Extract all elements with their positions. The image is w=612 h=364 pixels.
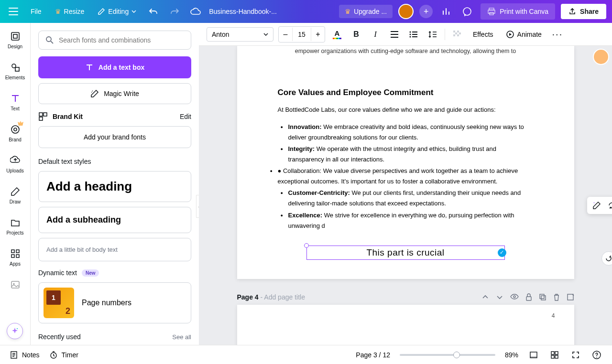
help-icon[interactable] [591, 349, 602, 361]
grid-view-icon[interactable] [549, 349, 560, 361]
collapse-sidebar-button[interactable]: ◀ [196, 195, 199, 218]
page-indicator[interactable]: Page 3 / 12 [356, 351, 390, 359]
print-button[interactable]: Print with Canva [481, 3, 555, 20]
spacing-button[interactable] [426, 27, 440, 42]
font-search-input[interactable] [59, 36, 184, 44]
list-item[interactable]: Customer-Centricity: We put our clients … [288, 188, 534, 209]
file-menu[interactable]: File [27, 5, 45, 18]
svg-rect-24 [457, 31, 459, 32]
move-down-icon[interactable] [496, 293, 503, 301]
canvas-area: Anton – 15 + A B I Effects Animate [199, 23, 612, 345]
timer-button[interactable]: Timer [49, 351, 78, 359]
bold-button[interactable]: B [349, 27, 363, 42]
page-view-icon[interactable] [528, 349, 539, 361]
values-list[interactable]: Innovation: We embrace creativity and bo… [288, 122, 534, 231]
subheading-style[interactable]: Add a subheading [38, 207, 191, 233]
duplicate-icon[interactable] [539, 293, 546, 301]
add-page-icon[interactable] [567, 293, 574, 301]
dynamic-text-label: Dynamic text [38, 269, 77, 277]
effects-button[interactable]: Effects [469, 28, 497, 41]
lock-icon[interactable] [525, 293, 532, 301]
cloud-sync-icon[interactable] [188, 4, 203, 19]
rail-more[interactable] [0, 277, 30, 292]
increase-size-button[interactable]: + [311, 27, 325, 42]
list-item[interactable]: ● Collaboration: We value diverse perspe… [278, 166, 534, 187]
undo-button[interactable] [146, 4, 161, 19]
more-options-button[interactable]: ··· [550, 27, 565, 42]
heading-style[interactable]: Add a heading [38, 171, 191, 202]
regenerate-icon[interactable] [605, 199, 612, 212]
rail-projects[interactable]: Projects [0, 215, 30, 237]
selected-content[interactable]: This part is crucial [366, 247, 444, 258]
rail-brand[interactable]: Brand [0, 122, 30, 144]
section-title[interactable]: Core Values and Employee Commitment [278, 88, 534, 97]
list-item[interactable]: Integrity: We operate with the utmost in… [288, 144, 534, 165]
list-button[interactable] [406, 27, 421, 42]
see-all-link[interactable]: See all [172, 333, 191, 341]
page-4[interactable]: 4 Handbook Purpose This Business Handboo… [237, 305, 574, 345]
collaborator-avatar[interactable] [593, 49, 609, 65]
svg-rect-7 [15, 67, 19, 71]
brand-kit-edit[interactable]: Edit [180, 113, 191, 120]
apps-icon [10, 248, 21, 259]
resize-label: Resize [64, 8, 85, 15]
alignment-button[interactable] [387, 27, 402, 42]
delete-icon[interactable] [553, 293, 560, 301]
body-text: Add a little bit of body text [46, 246, 183, 253]
zoom-slider[interactable] [400, 354, 495, 356]
list-item[interactable]: Innovation: We embrace creativity and bo… [288, 122, 534, 143]
notes-button[interactable]: Notes [10, 351, 40, 359]
font-family-dropdown[interactable]: Anton [207, 27, 273, 42]
selected-text-box[interactable]: This part is crucial ✓ [306, 246, 505, 260]
add-textbox-button[interactable]: Add a text box [38, 56, 191, 78]
resize-handle[interactable] [304, 243, 309, 248]
body-style[interactable]: Add a little bit of body text [38, 238, 191, 261]
upgrade-button[interactable]: ♛ Upgrade ... [339, 5, 393, 18]
rotate-button[interactable] [601, 251, 612, 266]
transparency-button[interactable] [450, 27, 464, 42]
comment-icon[interactable] [459, 4, 475, 19]
rail-text[interactable]: Text [0, 91, 30, 113]
animate-button[interactable]: Animate [502, 27, 546, 42]
rail-apps[interactable]: Apps [0, 246, 30, 268]
magic-write-button[interactable]: Magic Write [38, 83, 191, 104]
add-collaborator-button[interactable]: + [419, 5, 433, 18]
decrease-size-button[interactable]: – [279, 27, 292, 42]
hide-icon[interactable] [510, 293, 519, 301]
recently-used-label: Recently used [38, 333, 81, 341]
resize-button[interactable]: ♛ Resize [51, 5, 88, 18]
svg-rect-27 [453, 34, 455, 36]
document-scroll[interactable]: empower organizations with cutting-edge … [199, 46, 612, 345]
text-color-button[interactable]: A [330, 27, 344, 42]
list-item[interactable]: Excellence: We strive for excellence in … [288, 210, 534, 231]
zoom-value[interactable]: 89% [505, 351, 518, 359]
share-button[interactable]: Share [561, 4, 606, 19]
menu-icon[interactable] [6, 4, 21, 19]
rail-design[interactable]: Design [0, 29, 30, 51]
zoom-thumb[interactable] [453, 352, 460, 358]
move-up-icon[interactable] [481, 293, 489, 301]
svg-rect-41 [551, 352, 554, 354]
intro-text[interactable]: At BottledCode Labs, our core values def… [278, 105, 534, 115]
redo-button[interactable] [167, 4, 182, 19]
rail-draw[interactable]: Draw [0, 184, 30, 206]
page-3[interactable]: empower organizations with cutting-edge … [237, 46, 574, 279]
italic-button[interactable]: I [368, 27, 382, 42]
rail-elements[interactable]: Elements [0, 60, 30, 82]
insights-icon[interactable] [438, 4, 454, 19]
magic-edit-icon[interactable] [590, 199, 603, 212]
svg-rect-5 [13, 34, 17, 38]
confirm-check-icon[interactable]: ✓ [498, 248, 506, 257]
font-search[interactable] [38, 31, 191, 50]
editing-mode-dropdown[interactable]: Editing [94, 5, 140, 18]
selection-bottom-tools [601, 251, 612, 266]
document-title[interactable]: Business-Handbook-... [209, 8, 277, 15]
rail-uploads[interactable]: Uploads [0, 153, 30, 175]
add-brand-fonts-button[interactable]: Add your brand fonts [38, 126, 191, 148]
page-numbers-card[interactable]: 12 Page numbers [38, 282, 191, 323]
user-avatar[interactable] [398, 4, 414, 19]
magic-fab[interactable] [7, 323, 23, 339]
font-size-value[interactable]: 15 [292, 28, 311, 41]
page-4-label[interactable]: Page 4 - Add page title [237, 293, 305, 301]
fullscreen-icon[interactable] [570, 349, 581, 361]
